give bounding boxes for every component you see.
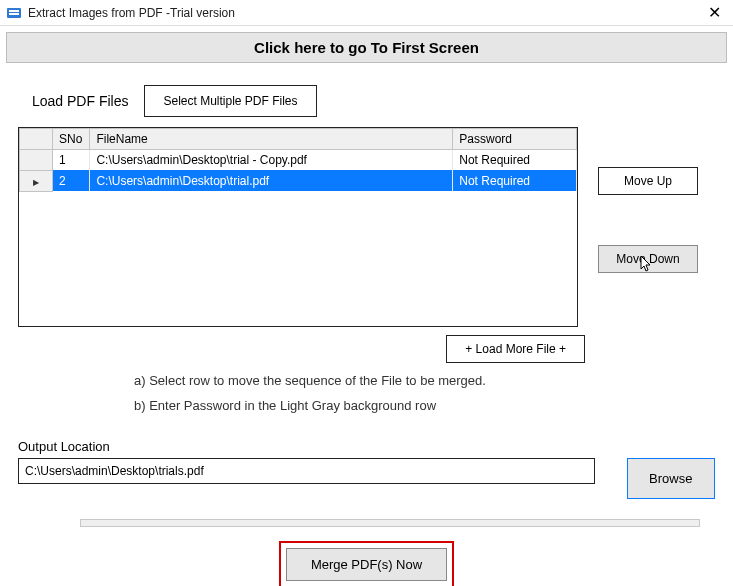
merge-highlight: Merge PDF(s) Now xyxy=(279,541,454,586)
svg-rect-2 xyxy=(9,13,19,15)
grid-header-blank xyxy=(20,129,53,150)
cell-fname[interactable]: C:\Users\admin\Desktop\trial - Copy.pdf xyxy=(90,150,453,171)
instructions: a) Select row to move the sequence of th… xyxy=(0,363,733,413)
output-location-input[interactable] xyxy=(18,458,595,484)
window-title: Extract Images from PDF -Trial version xyxy=(28,6,702,20)
cell-fname[interactable]: C:\Users\admin\Desktop\trial.pdf xyxy=(90,170,453,191)
cell-sno[interactable]: 2 xyxy=(52,170,89,191)
progress-bar xyxy=(80,519,700,527)
hint-a: a) Select row to move the sequence of th… xyxy=(134,373,733,388)
browse-button[interactable]: Browse xyxy=(627,458,715,499)
first-screen-banner[interactable]: Click here to go To First Screen xyxy=(6,32,727,63)
app-icon xyxy=(6,5,22,21)
load-more-button[interactable]: + Load More File + xyxy=(446,335,585,363)
cell-pwd[interactable]: Not Required xyxy=(453,170,577,191)
grid-header-fname[interactable]: FileName xyxy=(90,129,453,150)
row-indicator xyxy=(20,170,53,191)
close-icon[interactable]: ✕ xyxy=(702,3,727,22)
merge-pdf-button[interactable]: Merge PDF(s) Now xyxy=(286,548,447,581)
svg-rect-1 xyxy=(9,10,19,12)
move-up-button[interactable]: Move Up xyxy=(598,167,698,195)
load-pdf-label: Load PDF Files xyxy=(32,93,128,109)
select-multiple-button[interactable]: Select Multiple PDF Files xyxy=(144,85,316,117)
table-row[interactable]: 2 C:\Users\admin\Desktop\trial.pdf Not R… xyxy=(20,170,577,191)
file-grid[interactable]: SNo FileName Password 1 C:\Users\admin\D… xyxy=(18,127,578,327)
move-down-button[interactable]: Move Down xyxy=(598,245,698,273)
hint-b: b) Enter Password in the Light Gray back… xyxy=(134,398,733,413)
grid-header-pwd[interactable]: Password xyxy=(453,129,577,150)
output-location-label: Output Location xyxy=(18,439,715,454)
cell-pwd[interactable]: Not Required xyxy=(453,150,577,171)
cell-sno[interactable]: 1 xyxy=(52,150,89,171)
table-row[interactable]: 1 C:\Users\admin\Desktop\trial - Copy.pd… xyxy=(20,150,577,171)
row-indicator xyxy=(20,150,53,171)
grid-header-sno[interactable]: SNo xyxy=(52,129,89,150)
titlebar: Extract Images from PDF -Trial version ✕ xyxy=(0,0,733,26)
